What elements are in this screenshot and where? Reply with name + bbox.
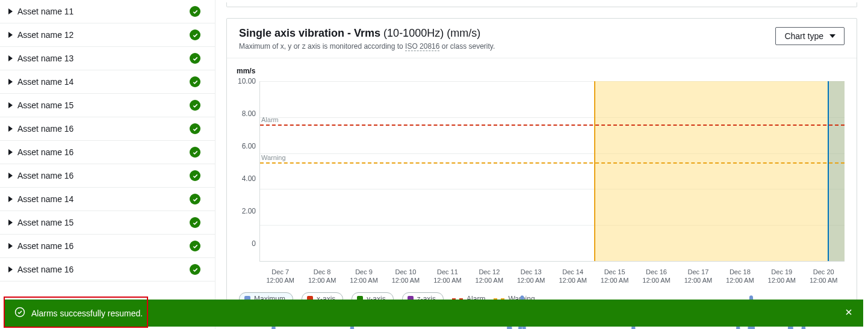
y-tick-label: 2.00 xyxy=(242,207,256,215)
status-ok-icon xyxy=(190,170,200,181)
asset-row[interactable]: Asset name 13 xyxy=(0,47,215,70)
caret-right-icon xyxy=(8,8,13,14)
status-ok-icon xyxy=(190,264,200,275)
asset-row[interactable]: Asset name 15 xyxy=(0,94,215,117)
caret-down-icon xyxy=(829,34,835,38)
y-tick-label: 6.00 xyxy=(242,142,256,150)
alarm-threshold-line: Alarm xyxy=(260,125,845,126)
svg-point-0 xyxy=(16,308,25,317)
asset-name: Asset name 15 xyxy=(17,218,73,227)
status-ok-icon xyxy=(190,241,200,251)
asset-sidebar: Asset name 11 Asset name 12 Asset name 1… xyxy=(0,0,215,329)
panel-title: Single axis vibration - Vrms (10-1000Hz)… xyxy=(239,27,495,40)
asset-name: Asset name 14 xyxy=(17,77,73,87)
caret-right-icon xyxy=(8,55,13,61)
status-ok-icon xyxy=(190,147,200,158)
asset-name: Asset name 11 xyxy=(17,7,73,16)
asset-name: Asset name 12 xyxy=(17,30,73,40)
asset-row[interactable]: Asset name 11 xyxy=(0,0,215,23)
status-ok-icon xyxy=(190,29,200,40)
asset-row[interactable]: Asset name 16 xyxy=(0,258,215,281)
success-toast: Alarms successfully resumed. xyxy=(5,300,863,327)
chart-cursor[interactable] xyxy=(828,81,829,261)
status-ok-icon xyxy=(190,6,200,17)
close-icon[interactable] xyxy=(844,307,854,319)
y-tick-label: 8.00 xyxy=(242,109,256,118)
vibration-chart-panel: Single axis vibration - Vrms (10-1000Hz)… xyxy=(226,18,857,311)
asset-row[interactable]: Asset name 15 xyxy=(0,211,215,235)
chart-plot-area[interactable]: AlarmWarning xyxy=(259,81,845,262)
caret-right-icon xyxy=(8,243,13,249)
status-ok-icon xyxy=(190,217,200,228)
status-ok-icon xyxy=(190,123,200,134)
asset-name: Asset name 13 xyxy=(17,54,73,63)
y-axis: 02.004.006.008.0010.00 xyxy=(238,81,259,262)
asset-name: Asset name 16 xyxy=(17,265,73,274)
asset-name: Asset name 15 xyxy=(17,100,73,110)
caret-right-icon xyxy=(8,126,13,132)
caret-right-icon xyxy=(8,266,13,272)
asset-row[interactable]: Asset name 16 xyxy=(0,117,215,141)
caret-right-icon xyxy=(8,196,13,202)
asset-row[interactable]: Asset name 14 xyxy=(0,188,215,211)
caret-right-icon xyxy=(8,173,13,179)
caret-right-icon xyxy=(8,220,13,226)
asset-name: Asset name 16 xyxy=(17,147,73,157)
caret-right-icon xyxy=(8,102,13,108)
y-tick-label: 10.00 xyxy=(238,77,256,85)
asset-row[interactable]: Asset name 16 xyxy=(0,235,215,258)
asset-row[interactable]: Asset name 14 xyxy=(0,70,215,94)
caret-right-icon xyxy=(8,32,13,38)
highlight-band xyxy=(594,81,845,261)
status-ok-icon xyxy=(190,194,200,204)
asset-name: Asset name 14 xyxy=(17,194,73,204)
previous-panel-edge xyxy=(226,2,857,7)
status-ok-icon xyxy=(190,53,200,64)
status-ok-icon xyxy=(190,100,200,111)
y-tick-label: 0 xyxy=(252,239,256,248)
asset-row[interactable]: Asset name 16 xyxy=(0,164,215,188)
caret-right-icon xyxy=(8,79,13,85)
panel-subtitle: Maximum of x, y or z axis is monitored a… xyxy=(239,42,495,51)
asset-name: Asset name 16 xyxy=(17,171,73,180)
asset-row[interactable]: Asset name 16 xyxy=(0,141,215,164)
main-content: Single axis vibration - Vrms (10-1000Hz)… xyxy=(215,0,868,329)
chart-type-button[interactable]: Chart type xyxy=(775,27,845,45)
y-tick-label: 4.00 xyxy=(242,174,256,183)
status-ok-icon xyxy=(190,76,200,87)
asset-name: Asset name 16 xyxy=(17,124,73,134)
caret-right-icon xyxy=(8,149,13,155)
iso-link[interactable]: ISO 20816 xyxy=(405,42,439,51)
check-circle-icon xyxy=(14,307,25,319)
warning-threshold-line: Warning xyxy=(260,162,845,164)
asset-name: Asset name 16 xyxy=(17,241,73,251)
asset-row[interactable]: Asset name 12 xyxy=(0,23,215,47)
y-axis-unit: mm/s xyxy=(237,67,845,75)
toast-message: Alarms successfully resumed. xyxy=(31,309,143,318)
